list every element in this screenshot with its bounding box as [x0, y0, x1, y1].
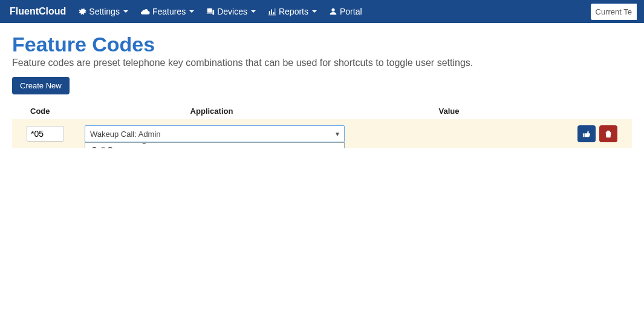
header-application: Application	[73, 107, 339, 116]
header-value: Value	[339, 107, 559, 116]
nav-features[interactable]: Features	[135, 2, 199, 21]
navbar: FluentCloud Settings Features Devices Re…	[0, 0, 644, 23]
nav-features-label: Features	[152, 7, 186, 16]
brand[interactable]: FluentCloud	[7, 6, 71, 17]
caret-icon	[251, 10, 256, 13]
dropdown-option[interactable]: Call Group	[85, 145, 344, 149]
caret-icon	[312, 10, 317, 13]
caret-icon	[123, 10, 128, 13]
save-button[interactable]	[577, 125, 596, 142]
user-icon	[329, 7, 337, 16]
chart-icon	[268, 7, 276, 16]
nav-devices-label: Devices	[217, 7, 247, 16]
nav-settings[interactable]: Settings	[73, 2, 133, 21]
tenant-switcher[interactable]: Current Te	[591, 4, 637, 20]
delete-button[interactable]	[599, 125, 617, 142]
create-new-button[interactable]: Create New	[12, 77, 70, 94]
page-container: Feature Codes Feature codes are preset t…	[0, 23, 644, 148]
page-description: Feature codes are preset telephone key c…	[12, 58, 632, 68]
code-input[interactable]	[27, 126, 64, 142]
devices-icon	[206, 7, 215, 16]
caret-icon	[189, 10, 194, 13]
nav-settings-label: Settings	[89, 7, 120, 16]
trash-icon	[604, 130, 613, 138]
header-code: Code	[12, 107, 73, 116]
nav-devices[interactable]: Devices	[201, 2, 261, 21]
application-dropdown[interactable]: One-Time Caller ID OverrideCall FlowCall…	[85, 142, 345, 148]
application-select-value: Wakeup Call: Admin	[90, 130, 161, 139]
page-title: Feature Codes	[12, 33, 632, 56]
nav-portal[interactable]: Portal	[324, 2, 367, 21]
application-select-wrap: Wakeup Call: Admin One-Time Caller ID Ov…	[85, 125, 345, 142]
navbar-left: FluentCloud Settings Features Devices Re…	[7, 2, 367, 21]
gear-icon	[78, 7, 86, 16]
thumbs-up-icon	[582, 130, 591, 138]
table-row: Wakeup Call: Admin One-Time Caller ID Ov…	[12, 119, 632, 148]
feature-codes-table: Code Application Value Wakeup Call: Admi…	[12, 103, 632, 148]
nav-reports-label: Reports	[279, 7, 308, 16]
nav-reports[interactable]: Reports	[263, 2, 322, 21]
application-select[interactable]: Wakeup Call: Admin	[85, 125, 345, 142]
table-header-row: Code Application Value	[12, 103, 632, 119]
nav-portal-label: Portal	[340, 7, 362, 16]
cloud-icon	[140, 8, 150, 15]
